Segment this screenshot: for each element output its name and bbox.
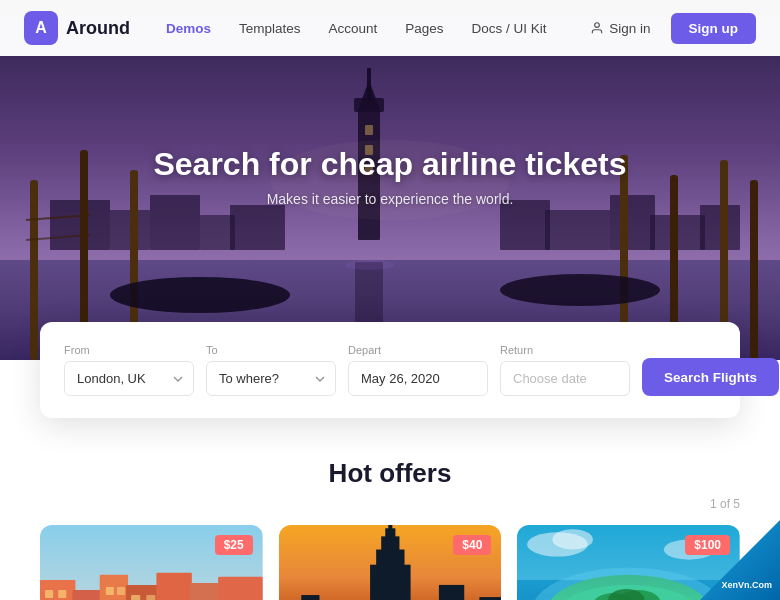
search-form: From London, UK To To where? Depart Retu… (64, 344, 716, 396)
svg-rect-47 (117, 587, 125, 595)
svg-point-31 (110, 277, 290, 313)
sign-up-button[interactable]: Sign up (671, 13, 757, 44)
offer-card-1[interactable]: $25 (40, 525, 263, 600)
hot-offers-section: Hot offers 1 of 5 (0, 418, 780, 600)
user-icon (590, 21, 604, 35)
svg-rect-5 (200, 215, 235, 250)
depart-input[interactable] (348, 361, 488, 396)
svg-point-0 (595, 23, 600, 28)
svg-rect-28 (750, 180, 758, 360)
watermark-text: XenVn.Com (721, 580, 772, 592)
svg-rect-41 (218, 577, 263, 600)
logo[interactable]: A Around (24, 11, 130, 45)
section-title: Hot offers (40, 458, 740, 489)
svg-rect-8 (545, 210, 610, 250)
nav-docs[interactable]: Docs / UI Kit (460, 15, 559, 42)
svg-point-32 (500, 274, 660, 306)
svg-rect-40 (190, 583, 220, 600)
nav-account[interactable]: Account (317, 15, 390, 42)
sign-in-label: Sign in (609, 21, 650, 36)
svg-rect-42 (45, 590, 53, 598)
svg-rect-22 (30, 180, 38, 360)
search-button-wrap: Search Flights (642, 358, 779, 396)
return-label: Return (500, 344, 630, 356)
logo-icon: A (24, 11, 58, 45)
search-box: From London, UK To To where? Depart Retu… (40, 322, 740, 418)
svg-point-78 (553, 529, 593, 549)
svg-point-21 (345, 260, 395, 270)
svg-rect-48 (131, 595, 140, 600)
to-select[interactable]: To where? (206, 361, 336, 396)
offers-cards-row: $25 (40, 525, 740, 600)
svg-rect-49 (146, 595, 155, 600)
price-badge-2: $40 (453, 535, 491, 555)
return-field-group: Return (500, 344, 630, 396)
sign-in-button[interactable]: Sign in (580, 15, 660, 42)
svg-rect-18 (367, 68, 371, 100)
to-label: To (206, 344, 336, 356)
hero-subtitle: Makes it easier to experience the world. (153, 191, 626, 207)
brand-name: Around (66, 18, 130, 39)
nav-auth: Sign in Sign up (580, 13, 756, 44)
navbar: A Around Demos Templates Account Pages D… (0, 0, 780, 56)
nav-pages[interactable]: Pages (393, 15, 455, 42)
search-flights-button[interactable]: Search Flights (642, 358, 779, 396)
nav-templates[interactable]: Templates (227, 15, 313, 42)
svg-rect-6 (230, 205, 285, 250)
svg-rect-7 (500, 200, 550, 250)
depart-label: Depart (348, 344, 488, 356)
pagination-info: 1 of 5 (40, 497, 740, 511)
to-field-group: To To where? (206, 344, 336, 396)
svg-rect-54 (301, 595, 319, 600)
offer-card-2[interactable]: $40 (279, 525, 502, 600)
return-input[interactable] (500, 361, 630, 396)
price-badge-3: $100 (685, 535, 730, 555)
svg-rect-17 (354, 98, 384, 112)
svg-rect-64 (388, 525, 392, 532)
offer-card-3[interactable]: $100 (517, 525, 740, 600)
hero-title: Search for cheap airline tickets (153, 146, 626, 183)
hero-content: Search for cheap airline tickets Makes i… (153, 146, 626, 207)
depart-field-group: Depart (348, 344, 488, 396)
nav-links: Demos Templates Account Pages Docs / UI … (154, 15, 580, 42)
svg-rect-43 (58, 590, 66, 598)
from-field-group: From London, UK (64, 344, 194, 396)
from-label: From (64, 344, 194, 356)
svg-rect-60 (370, 565, 410, 600)
from-select[interactable]: London, UK (64, 361, 194, 396)
svg-rect-13 (365, 125, 373, 135)
svg-rect-57 (439, 585, 464, 600)
nav-demos[interactable]: Demos (154, 15, 223, 42)
svg-rect-46 (106, 587, 114, 595)
svg-rect-36 (72, 590, 102, 600)
svg-rect-39 (156, 573, 191, 600)
svg-rect-61 (376, 550, 404, 570)
svg-rect-20 (355, 262, 383, 322)
price-badge-1: $25 (215, 535, 253, 555)
